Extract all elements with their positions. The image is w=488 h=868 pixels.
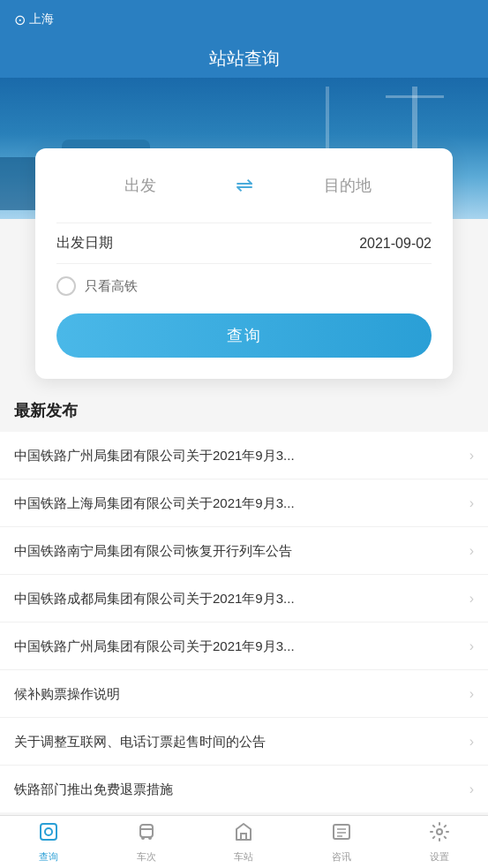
news-arrow-icon: › [469, 781, 474, 797]
news-arrow-icon: › [469, 543, 474, 559]
news-item-text: 中国铁路成都局集团有限公司关于2021年9月3... [14, 589, 462, 608]
date-label: 出发日期 [56, 234, 359, 253]
svg-point-13 [437, 829, 442, 834]
tab-settings-icon [429, 821, 450, 848]
swap-button[interactable]: ⇌ [225, 166, 264, 205]
news-item-text: 中国铁路上海局集团有限公司关于2021年9月3... [14, 494, 462, 512]
page-header: 站站查询 [0, 39, 488, 78]
news-list: 中国铁路广州局集团有限公司关于2021年9月3... › 中国铁路上海局集团有限… [0, 432, 488, 812]
news-arrow-icon: › [469, 448, 474, 464]
search-card: 出发 ⇌ 目的地 出发日期 2021-09-02 只看高铁 查询 [35, 148, 453, 379]
news-item-text: 中国铁路广州局集团有限公司关于2021年9月3... [14, 637, 462, 655]
status-bar: ⊙ 上海 [0, 0, 488, 39]
tab-settings-label: 设置 [430, 850, 449, 864]
news-arrow-icon: › [469, 591, 474, 607]
svg-rect-0 [41, 824, 56, 840]
tab-query-icon [38, 821, 59, 848]
news-item[interactable]: 中国铁路南宁局集团有限公司恢复开行列车公告 › [0, 527, 488, 575]
to-label: 目的地 [324, 177, 372, 194]
tab-news-icon [331, 821, 352, 848]
tab-train-label: 车次 [137, 850, 156, 864]
tab-settings[interactable]: 设置 [390, 816, 488, 868]
section-title: 最新发布 [0, 379, 488, 432]
news-arrow-icon: › [469, 495, 474, 511]
news-item-text: 铁路部门推出免费退票措施 [14, 780, 462, 798]
location-text: 上海 [29, 11, 54, 27]
tab-news[interactable]: 咨讯 [293, 816, 391, 868]
swap-icon: ⇌ [236, 173, 253, 198]
news-item[interactable]: 中国铁路广州局集团有限公司关于2021年9月3... › [0, 432, 488, 479]
tab-query[interactable]: 查询 [0, 816, 98, 868]
tab-train[interactable]: 车次 [98, 816, 196, 868]
tab-station[interactable]: 车站 [195, 816, 293, 868]
tab-train-icon [136, 821, 157, 848]
query-button[interactable]: 查询 [56, 313, 432, 358]
from-label: 出发 [124, 177, 156, 194]
tab-query-label: 查询 [39, 850, 58, 864]
news-item-text: 中国铁路南宁局集团有限公司恢复开行列车公告 [14, 541, 462, 560]
high-speed-filter-row: 只看高铁 [56, 276, 432, 296]
news-item-text: 关于调整互联网、电话订票起售时间的公告 [14, 732, 462, 751]
date-row[interactable]: 出发日期 2021-09-02 [56, 223, 432, 264]
news-arrow-icon: › [469, 734, 474, 750]
news-arrow-icon: › [469, 686, 474, 702]
news-item[interactable]: 中国铁路成都局集团有限公司关于2021年9月3... › [0, 575, 488, 623]
news-item[interactable]: 铁路部门推出免费退票措施 › [0, 766, 488, 812]
svg-rect-2 [140, 825, 153, 837]
news-item[interactable]: 中国铁路上海局集团有限公司关于2021年9月3... › [0, 479, 488, 527]
high-speed-checkbox[interactable] [56, 276, 76, 296]
date-value: 2021-09-02 [359, 236, 432, 252]
location-display: ⊙ 上海 [14, 11, 54, 28]
tab-news-label: 咨讯 [332, 850, 351, 864]
news-arrow-icon: › [469, 638, 474, 654]
news-item-text: 候补购票操作说明 [14, 684, 462, 703]
location-icon: ⊙ [14, 11, 26, 28]
high-speed-label: 只看高铁 [85, 278, 138, 295]
news-item[interactable]: 关于调整互联网、电话订票起售时间的公告 › [0, 718, 488, 766]
svg-point-1 [45, 828, 52, 835]
tab-station-label: 车站 [234, 850, 253, 864]
news-item[interactable]: 候补购票操作说明 › [0, 670, 488, 718]
news-item-text: 中国铁路广州局集团有限公司关于2021年9月3... [14, 446, 462, 464]
to-station[interactable]: 目的地 [264, 175, 432, 196]
page-title: 站站查询 [209, 47, 280, 71]
station-row: 出发 ⇌ 目的地 [56, 166, 432, 205]
svg-rect-8 [241, 834, 246, 840]
from-station[interactable]: 出发 [56, 175, 225, 196]
tab-bar: 查询 车次 车站 [0, 815, 488, 868]
news-item[interactable]: 中国铁路广州局集团有限公司关于2021年9月3... › [0, 623, 488, 670]
tab-station-icon [233, 821, 254, 848]
